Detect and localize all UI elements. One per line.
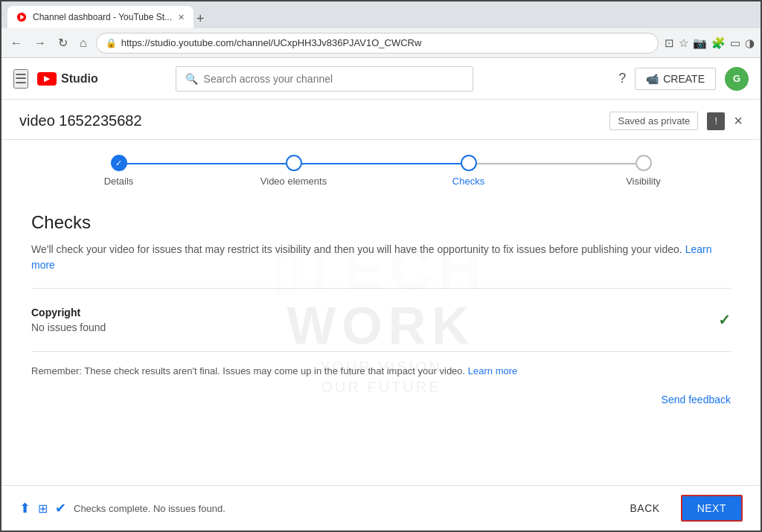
create-button[interactable]: 📹 CREATE [635,68,716,90]
browser-nav-icons: ⊡ ☆ 📷 🧩 ▭ ◑ [665,36,755,50]
extension-icon[interactable]: 🧩 [711,36,726,50]
step-video-elements: Video elements [206,155,381,187]
forward-nav-button[interactable]: → [31,33,49,53]
copyright-info: Copyright No issues found [31,307,106,333]
camera-icon: 📹 [646,73,659,85]
stepper-container: ✓ Details Video elements Checks Visibili… [1,140,761,194]
copyright-section: Copyright No issues found ✓ [31,288,731,339]
stepper-line-inactive [469,163,644,164]
studio-search-box[interactable]: 🔍 [176,66,473,92]
browser-tab-bar: Channel dashboard - YouTube St... ✕ + [1,1,761,28]
user-avatar[interactable]: G [725,67,749,91]
youtube-logo-icon: ▶ [37,72,57,86]
studio-logo-text: Studio [61,72,98,86]
footer-status-text: Checks complete. No issues found. [74,503,225,514]
step-label-checks: Checks [452,176,484,187]
refresh-nav-button[interactable]: ↻ [55,33,71,53]
checks-title: Checks [31,212,731,233]
step-dot-visibility [635,155,652,171]
step-visibility: Visibility [556,155,731,187]
saved-badge: Saved as private [609,112,698,130]
create-label: CREATE [663,73,705,85]
screenshot-icon[interactable]: 📷 [693,36,707,50]
cast-icon[interactable]: ⊡ [665,36,674,50]
bookmark-icon[interactable]: ☆ [679,36,688,50]
address-bar[interactable]: 🔒 https://studio.youtube.com/channel/UCx… [96,33,659,54]
modal-main-content: Checks We'll check your video for issues… [1,194,761,485]
sidebar-browser-icon[interactable]: ▭ [730,36,740,50]
divider [31,351,731,352]
studio-topbar-right: ? 📹 CREATE G [618,67,749,91]
copyright-check-icon: ✓ [718,311,731,329]
home-nav-button[interactable]: ⌂ [77,33,90,53]
browser-nav-bar: ← → ↻ ⌂ 🔒 https://studio.youtube.com/cha… [1,28,761,58]
tab-close-button[interactable]: ✕ [178,13,185,22]
copyright-row: Copyright No issues found ✓ [31,301,731,339]
new-tab-button[interactable]: + [196,11,205,27]
browser-tab[interactable]: Channel dashboard - YouTube St... ✕ [7,6,193,28]
profile-circle-icon[interactable]: ◑ [745,36,755,50]
step-label-details: Details [104,176,134,187]
close-modal-button[interactable]: × [734,112,743,129]
send-feedback-link[interactable]: Send feedback [662,394,731,406]
step-label-visibility: Visibility [626,176,661,187]
step-dot-details: ✓ [111,155,127,171]
checks-description: We'll check your video for issues that m… [31,242,731,273]
tab-title: Channel dashboard - YouTube St... [33,12,172,22]
footer-left: ⬆ ⊞ ✔ Checks complete. No issues found. [19,500,225,516]
footnote-learn-more-link[interactable]: Learn more [468,365,517,376]
browser-frame: Channel dashboard - YouTube St... ✕ + ← … [0,0,762,532]
avatar-initials: G [733,73,740,84]
step-dot-video-elements [286,155,302,171]
back-button[interactable]: BACK [618,496,672,520]
back-nav-button[interactable]: ← [7,33,25,53]
next-button[interactable]: NEXT [681,495,743,522]
search-input[interactable] [204,73,464,85]
lock-icon: 🔒 [106,38,117,48]
help-button[interactable]: ? [618,71,626,86]
check-complete-icon: ✔ [55,500,66,516]
hamburger-menu-button[interactable]: ☰ [13,69,28,89]
upload-icon: ⬆ [19,500,31,516]
copyright-title: Copyright [31,307,106,318]
youtube-studio-topbar: ☰ ▶ Studio 🔍 ? 📹 CREATE G [1,58,761,100]
footer-right: BACK NEXT [618,495,743,522]
modal-header-right: Saved as private ! × [609,112,743,130]
step-label-video-elements: Video elements [260,176,327,187]
url-text: https://studio.youtube.com/channel/UCxpH… [121,37,422,48]
steps-row: ✓ Details Video elements Checks Visibili… [31,155,731,187]
step-dot-checks [461,155,477,171]
search-icon: 🔍 [185,73,198,85]
checks-footnote: Remember: These check results aren't fin… [31,364,731,379]
copyright-status: No issues found [31,321,106,333]
feedback-icon-button[interactable]: ! [707,112,725,130]
modal-overlay: TECH WORK YOUR VISION OUR FUTURE video 1… [1,100,761,531]
step-details: ✓ Details [31,155,206,187]
modal-title: video 1652235682 [19,112,142,129]
grid-icon: ⊞ [38,501,48,516]
modal-header: video 1652235682 Saved as private ! × [1,100,761,140]
modal-footer: ⬆ ⊞ ✔ Checks complete. No issues found. … [1,485,761,531]
tab-favicon [16,12,27,22]
step-checks: Checks [381,155,556,187]
youtube-studio-logo: ▶ Studio [37,72,98,86]
